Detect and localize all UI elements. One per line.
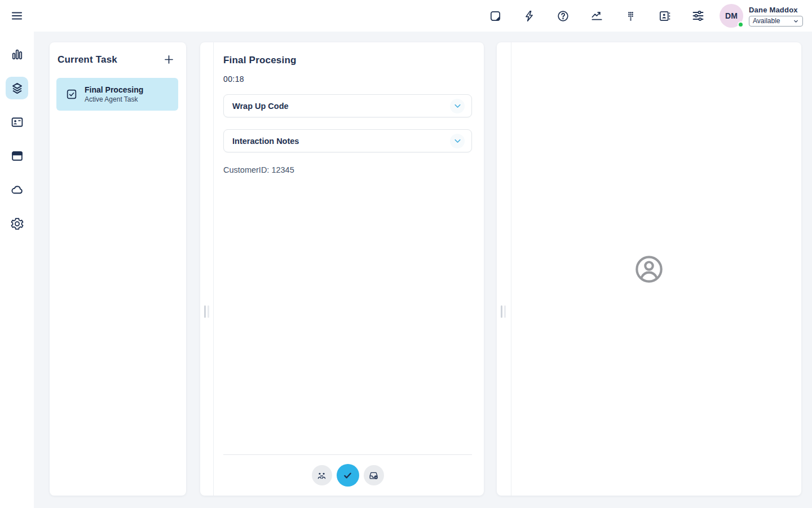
task-detail-content: Final Procesing 00:18 Wrap Up Code Inter… [223,42,472,454]
rail-item-settings[interactable] [6,212,28,235]
add-task-button[interactable] [162,52,176,67]
park-task-button[interactable] [364,465,384,485]
task-list-item[interactable]: Final Procesing Active Agent Task [56,78,178,111]
task-item-title: Final Procesing [85,85,143,94]
current-task-title: Current Task [58,54,117,65]
checkbox-icon [65,88,78,100]
user-chip: DM Dane Maddox Available [720,4,803,28]
preferences-button[interactable] [681,0,715,32]
quick-actions-button[interactable] [512,0,546,32]
chevron-down-icon [793,18,799,24]
interaction-notes-label: Interaction Notes [232,137,299,146]
check-icon [342,470,353,481]
cloud-icon [10,183,24,197]
current-task-header: Current Task [56,52,178,67]
wrap-up-code-accordion[interactable]: Wrap Up Code [223,94,472,117]
activity-bars-icon [10,47,24,62]
user-meta: Dane Maddox Available [749,6,803,27]
hamburger-icon [10,9,24,23]
dialpad-icon [624,10,637,23]
contact-card-icon [658,10,671,23]
transfer-people-icon [316,470,327,481]
status-select[interactable]: Available [749,16,803,27]
panel-divider [213,42,214,496]
sliders-icon [691,9,705,23]
gear-icon [10,217,24,231]
resize-handle-left[interactable] [204,304,211,319]
topbar-actions: DM Dane Maddox Available [478,0,812,32]
left-rail [0,32,34,508]
notes-button[interactable] [478,0,512,32]
task-text: Final Procesing Active Agent Task [85,85,143,103]
customer-placeholder [497,42,801,496]
status-select-value: Available [753,17,780,25]
rail-item-cloud[interactable] [6,178,28,201]
directory-button[interactable] [647,0,681,32]
task-actions-bar [223,454,472,496]
avatar-initials: DM [725,11,738,20]
interaction-notes-accordion[interactable]: Interaction Notes [223,129,472,152]
customer-id-text: CustomerID: 12345 [223,165,472,174]
rail-item-contacts[interactable] [6,111,28,133]
notes-icon [489,10,502,23]
rail-item-activity[interactable] [6,43,28,65]
task-detail-title: Final Procesing [223,55,472,66]
dialpad-button[interactable] [614,0,647,32]
inbox-park-icon [368,470,379,481]
customer-panel [497,42,801,496]
task-detail-panel: Final Procesing 00:18 Wrap Up Code Inter… [200,42,484,496]
window-icon [10,149,24,163]
task-item-subtitle: Active Agent Task [85,95,143,103]
rail-item-apps[interactable] [6,144,28,167]
chevron-down-icon [450,134,465,148]
help-button[interactable] [546,0,580,32]
line-chart-icon [590,10,603,23]
complete-task-button[interactable] [337,464,359,487]
chevron-down-icon [450,99,465,113]
transfer-button[interactable] [312,465,332,485]
contact-card-icon [10,115,24,129]
menu-button[interactable] [0,9,34,23]
rail-item-tasks[interactable] [6,77,28,99]
current-task-panel: Current Task Final Procesing Active Agen… [50,42,186,496]
avatar[interactable]: DM [720,4,743,28]
user-name: Dane Maddox [749,6,803,14]
performance-button[interactable] [580,0,614,32]
layers-icon [10,81,24,95]
help-icon [557,10,570,23]
top-bar: DM Dane Maddox Available [0,0,812,32]
task-timer: 00:18 [223,75,472,84]
lightning-icon [523,10,536,23]
wrap-up-code-label: Wrap Up Code [232,102,289,111]
person-circle-icon [634,255,664,284]
status-dot [738,21,744,28]
